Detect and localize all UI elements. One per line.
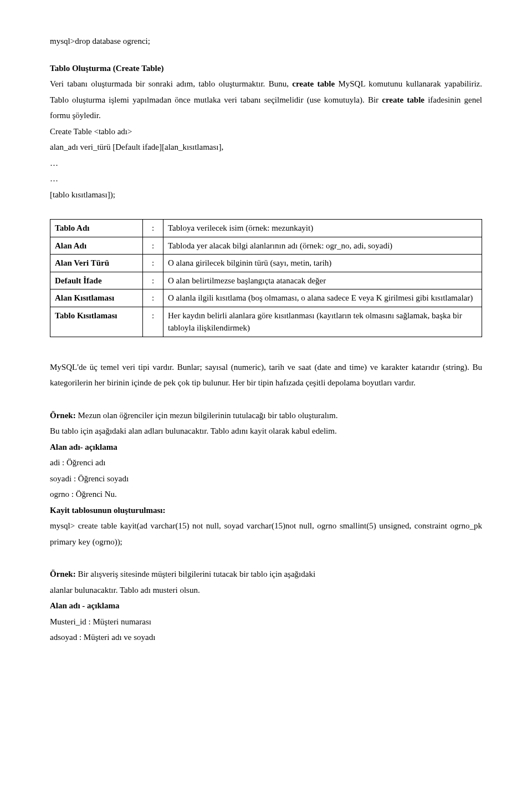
paragraph: Örnek: Mezun olan öğrenciler için mezun …: [50, 408, 482, 424]
code-line: …: [50, 155, 482, 171]
paragraph: Örnek: Bir alışveriş sitesinde müşteri b…: [50, 566, 482, 582]
table-row: Default İfade : O alan belirtilmezse baş…: [50, 272, 482, 289]
code-line: [tablo kısıtlaması]);: [50, 187, 482, 203]
paragraph: adsoyad : Müşteri adı ve soyadı: [50, 629, 482, 645]
section-title: Tablo Oluşturma (Create Table): [50, 60, 482, 77]
table-row: Tablo Kısıtlaması : Her kaydın belirli a…: [50, 307, 482, 337]
definitions-table: Tablo Adı : Tabloya verilecek isim (örne…: [50, 219, 482, 337]
paragraph: soyadi : Öğrenci soyadı: [50, 471, 482, 487]
paragraph: Veri tabanı oluşturmada bir sonraki adım…: [50, 76, 482, 124]
paragraph: Musteri_id : Müşteri numarası: [50, 614, 482, 630]
code-line: mysql>drop database ogrenci;: [50, 33, 482, 49]
table-row: Alan Kısıtlaması : O alanla ilgili kısıt…: [50, 289, 482, 307]
paragraph: Alan adı - açıklama: [50, 598, 482, 614]
paragraph: MySQL'de üç temel veri tipi vardır. Bunl…: [50, 359, 482, 391]
code-line: mysql> create table kayit(ad varchar(15)…: [50, 518, 482, 550]
table-row: Alan Veri Türü : O alana girilecek bilgi…: [50, 255, 482, 272]
paragraph: alanlar bulunacaktır. Tablo adı musteri …: [50, 582, 482, 598]
paragraph: Bu tablo için aşağıdaki alan adları bulu…: [50, 423, 482, 439]
code-line: alan_adı veri_türü [Default ifade][alan_…: [50, 139, 482, 155]
paragraph: Alan adı- açıklama: [50, 439, 482, 455]
table-row: Alan Adı : Tabloda yer alacak bilgi alan…: [50, 237, 482, 255]
paragraph: adi : Öğrenci adı: [50, 455, 482, 471]
table-row: Tablo Adı : Tabloya verilecek isim (örne…: [50, 220, 482, 237]
paragraph: ogrno : Öğrenci Nu.: [50, 486, 482, 502]
code-line: Create Table <tablo adı>: [50, 124, 482, 140]
code-line: …: [50, 171, 482, 187]
paragraph: Kayit tablosunun oluşturulması:: [50, 502, 482, 518]
